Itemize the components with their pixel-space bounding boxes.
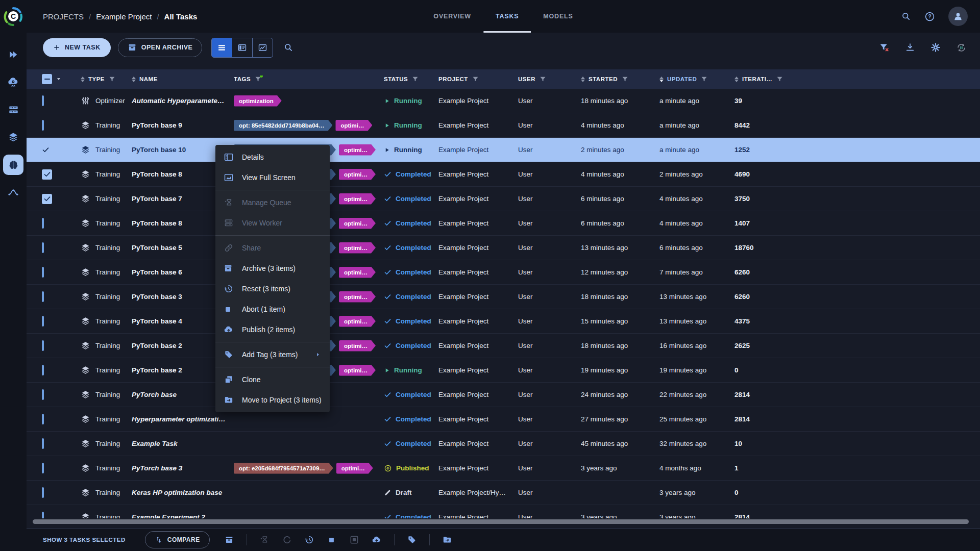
- task-name[interactable]: PyTorch base 3: [132, 464, 234, 472]
- table-row[interactable]: Training PyTorch base 3 opt: e205d684f79…: [27, 456, 980, 481]
- tag[interactable]: optimi…: [335, 120, 372, 131]
- tag[interactable]: opt: 85e5482ddd7149b8ba04…: [234, 120, 332, 131]
- table-view-button[interactable]: [212, 38, 232, 57]
- tab-overview[interactable]: OVERVIEW: [421, 0, 483, 33]
- tag[interactable]: opt: e205d684f7954571a7309…: [234, 463, 333, 474]
- move-to-project-button[interactable]: [436, 535, 458, 545]
- clearml-logo[interactable]: C: [0, 0, 27, 33]
- breadcrumb-project[interactable]: Example Project: [96, 12, 152, 21]
- menu-item-publish-2-items[interactable]: Publish (2 items): [215, 319, 330, 340]
- task-name[interactable]: Automatic Hyperparamete…: [132, 97, 234, 105]
- table-row[interactable]: Training PyTorch base 5 optimi… Complete…: [27, 236, 980, 260]
- row-checkbox[interactable]: [42, 291, 44, 302]
- menu-item-archive-3-items[interactable]: Archive (3 items): [215, 258, 330, 279]
- table-row[interactable]: Training PyTorch base 3 optimi… Complete…: [27, 285, 980, 309]
- abort-button[interactable]: [321, 536, 343, 544]
- table-row[interactable]: Training PyTorch base 9 opt: 85e5482ddd7…: [27, 113, 980, 138]
- table-row[interactable]: Training PyTorch base Completed Example …: [27, 383, 980, 407]
- publish-button[interactable]: [365, 535, 388, 545]
- table-row[interactable]: Training Keras HP optimization base Draf…: [27, 481, 980, 505]
- sort-icon[interactable]: [581, 77, 585, 82]
- sort-icon[interactable]: [132, 77, 136, 82]
- row-checkbox[interactable]: [42, 95, 44, 106]
- table-settings-icon[interactable]: [930, 42, 941, 53]
- task-name[interactable]: Example Task: [132, 440, 234, 447]
- row-checkbox[interactable]: [42, 463, 44, 473]
- row-checkmark[interactable]: [42, 146, 81, 154]
- sidebar-item-pipelines[interactable]: [3, 182, 23, 203]
- search-icon[interactable]: [901, 11, 911, 21]
- sidebar-item-getting-started[interactable]: [3, 44, 23, 65]
- column-header-iterati[interactable]: ITERATI…: [734, 76, 811, 83]
- tag[interactable]: optimi…: [339, 218, 376, 229]
- table-row[interactable]: Training PyTorch base 7 optimi… Complete…: [27, 187, 980, 211]
- column-header-user[interactable]: USER: [518, 76, 581, 83]
- row-checkbox[interactable]: [42, 242, 44, 253]
- table-row[interactable]: Training PyTorch base 4 optimi… Complete…: [27, 309, 980, 334]
- table-row[interactable]: Training PyTorch base 2 optimi… Complete…: [27, 334, 980, 358]
- reset-button[interactable]: [298, 535, 321, 545]
- tab-models[interactable]: MODELS: [531, 0, 585, 33]
- menu-item-view-full-screen[interactable]: View Full Screen: [215, 167, 330, 188]
- tag[interactable]: optimi…: [339, 316, 376, 327]
- row-checkbox[interactable]: [42, 194, 52, 204]
- row-checkbox[interactable]: [42, 120, 44, 131]
- tab-tasks[interactable]: TASKS: [483, 0, 531, 33]
- new-task-button[interactable]: NEW TASK: [43, 38, 111, 57]
- add-tag-button[interactable]: [401, 535, 423, 545]
- menu-item-add-tag-3-items[interactable]: Add Tag (3 items): [215, 344, 330, 365]
- tag[interactable]: optimi…: [339, 169, 376, 180]
- row-checkbox[interactable]: [42, 340, 44, 351]
- column-header-updated[interactable]: UPDATED: [659, 76, 734, 83]
- chart-view-button[interactable]: [252, 38, 273, 57]
- row-checkbox[interactable]: [42, 218, 44, 229]
- row-checkbox[interactable]: [42, 169, 52, 180]
- row-checkbox[interactable]: [42, 316, 44, 327]
- scrollbar-thumb[interactable]: [33, 519, 969, 524]
- table-row[interactable]: Training PyTorch base 6 optimi… Complete…: [27, 260, 980, 285]
- column-header-name[interactable]: NAME: [132, 76, 234, 82]
- task-name[interactable]: PyTorch base 9: [132, 121, 234, 129]
- menu-item-reset-3-items[interactable]: Reset (3 items): [215, 279, 330, 299]
- card-view-button[interactable]: [232, 38, 252, 57]
- sidebar-item-workers-queues[interactable]: [3, 99, 23, 120]
- filter-icon[interactable]: [472, 76, 479, 83]
- filter-icon[interactable]: [700, 76, 708, 83]
- table-row[interactable]: Training PyTorch base 8 optimi… Complete…: [27, 211, 980, 236]
- filter-icon[interactable]: [254, 76, 262, 83]
- compare-button[interactable]: COMPARE: [145, 531, 210, 548]
- tag[interactable]: optimi…: [339, 193, 376, 205]
- sort-icon[interactable]: [659, 77, 664, 82]
- table-row[interactable]: Training Hyperparameter optimizati… Comp…: [27, 407, 980, 432]
- tag[interactable]: optimi…: [339, 291, 376, 303]
- sidebar-item-applications[interactable]: [3, 72, 23, 92]
- menu-item-move-to-project-3-items[interactable]: Move to Project (3 items): [215, 390, 330, 410]
- column-header-type[interactable]: TYPE: [81, 76, 132, 83]
- task-name[interactable]: Example Experiment 2: [132, 513, 234, 518]
- row-checkbox[interactable]: [42, 365, 44, 375]
- chevron-down-icon[interactable]: [55, 76, 62, 83]
- select-all-checkbox[interactable]: [42, 74, 52, 84]
- user-avatar[interactable]: [948, 7, 968, 26]
- tag[interactable]: optimi…: [339, 144, 376, 156]
- show-selected-label[interactable]: SHOW 3 TASKS SELECTED: [43, 537, 126, 543]
- breadcrumb-projects[interactable]: PROJECTS: [43, 12, 84, 21]
- tag[interactable]: optimi…: [339, 242, 376, 254]
- menu-item-clone[interactable]: Clone: [215, 369, 330, 390]
- filter-icon[interactable]: [411, 76, 419, 83]
- sidebar-item-projects[interactable]: [3, 155, 23, 175]
- sort-icon[interactable]: [81, 77, 85, 82]
- table-row[interactable]: Training Example Experiment 2 Completed …: [27, 505, 980, 518]
- task-name[interactable]: Keras HP optimization base: [132, 489, 234, 496]
- tag[interactable]: optimi…: [339, 365, 376, 376]
- table-row[interactable]: Optimizer Automatic Hyperparamete… optim…: [27, 89, 980, 113]
- tag[interactable]: optimi…: [339, 267, 376, 278]
- row-checkbox[interactable]: [42, 487, 44, 498]
- table-row[interactable]: Training Example Task Completed Example …: [27, 432, 980, 456]
- archive-button[interactable]: [218, 535, 240, 544]
- help-icon[interactable]: ?: [924, 11, 935, 22]
- clear-filters-icon[interactable]: [879, 42, 890, 53]
- table-row[interactable]: Training PyTorch base 10 optimi… Running…: [27, 138, 980, 162]
- sort-icon[interactable]: [734, 77, 739, 82]
- filter-icon[interactable]: [776, 76, 783, 83]
